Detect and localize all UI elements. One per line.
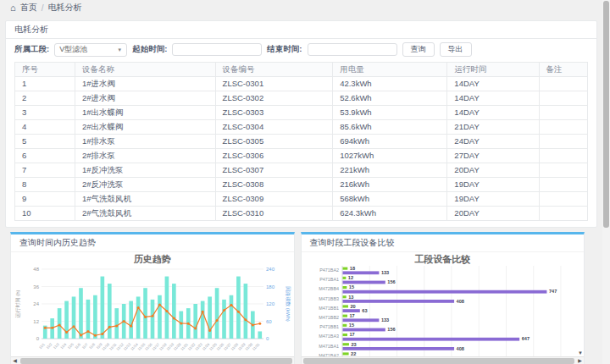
table-cell: 2#进水阀: [75, 91, 215, 106]
table-cell: 21DAY: [447, 120, 539, 135]
table-cell: 14DAY: [447, 106, 539, 120]
svg-text:回路读数 (kWh): 回路读数 (kWh): [285, 286, 291, 322]
table-cell: ZLSC-0306: [215, 149, 333, 163]
svg-text:133: 133: [380, 317, 388, 323]
svg-text:747: 747: [548, 289, 556, 294]
svg-text:24: 24: [33, 301, 39, 306]
svg-text:18: 18: [349, 266, 354, 271]
svg-text:M471BA3: M471BA3: [319, 334, 339, 339]
export-button[interactable]: 导出: [440, 42, 472, 57]
table-cell: [539, 192, 588, 207]
device-compare-card-header: 查询时段工段设备比较: [302, 234, 585, 252]
svg-text:0: 0: [36, 336, 39, 341]
table-cell: 1#气洗鼓风机: [75, 192, 215, 207]
filter-bar: 所属工段: V型滤池 ▼ 起始时间: 结束时间: 查询 导出: [6, 39, 596, 60]
table-cell: [539, 135, 588, 149]
table-cell: [539, 106, 588, 120]
svg-text:11/5: 11/5: [66, 342, 75, 350]
table-cell: 14DAY: [447, 91, 539, 106]
svg-text:36: 36: [33, 284, 39, 290]
svg-text:408: 408: [456, 346, 463, 351]
scroll-left-icon[interactable]: ◀: [11, 357, 19, 364]
table-cell: ZLSC-0309: [215, 192, 333, 207]
table-cell: 1#反冲洗泵: [75, 163, 215, 178]
svg-text:15: 15: [348, 323, 353, 328]
svg-text:M471BB1: M471BB1: [319, 306, 339, 311]
table-header-cell: 备注: [539, 63, 588, 77]
table-cell: 3: [15, 106, 75, 120]
table-header-cell: 运行时间: [447, 63, 539, 77]
table-cell: ZLSC-0308: [215, 178, 333, 192]
history-trend-card-header: 查询时间内历史趋势: [11, 234, 294, 252]
svg-text:17: 17: [349, 313, 354, 318]
table-cell: 20DAY: [447, 163, 539, 178]
scrollbar-thumb[interactable]: [603, 1, 609, 228]
svg-text:22: 22: [351, 351, 356, 356]
table-cell: [539, 163, 588, 178]
table-cell: 27DAY: [447, 149, 539, 163]
svg-text:60: 60: [266, 319, 272, 324]
table-header-cell: 用电量: [333, 63, 447, 77]
table-header-row: 序号设备名称设备编号用电量运行时间备注: [15, 63, 588, 77]
scroll-down-icon[interactable]: ▼: [578, 350, 583, 356]
history-trend-card: 查询时间内历史趋势 历史趋势 012243648运行时间 (h)06012018…: [10, 232, 295, 364]
svg-text:180: 180: [266, 284, 275, 290]
table-cell: 52.6kWh: [333, 91, 447, 106]
svg-text:M472BB4: M472BB4: [319, 286, 339, 291]
table-cell: 694kWh: [333, 135, 447, 149]
breadcrumb: ⌂ 首页 / 电耗分析: [0, 0, 610, 15]
home-icon[interactable]: ⌂: [10, 3, 16, 13]
chevron-down-icon: ▼: [117, 47, 122, 52]
svg-text:13: 13: [348, 295, 353, 300]
table-cell: [539, 178, 588, 192]
value-labels: 1813312156157471340820631713315156176472…: [347, 266, 556, 361]
device-compare-chart-title: 工段设备比较: [302, 252, 585, 264]
end-time-input[interactable]: [308, 43, 397, 56]
start-time-input[interactable]: [172, 43, 262, 56]
table-cell: [539, 91, 588, 106]
svg-text:P471BA2: P471BA2: [319, 267, 339, 273]
scrollbar-thumb[interactable]: [303, 358, 575, 364]
svg-text:11/7: 11/7: [80, 342, 89, 350]
svg-text:240: 240: [266, 267, 275, 272]
table-cell: [539, 149, 588, 163]
table-cell: 9: [15, 192, 75, 207]
device-table-body: 11#进水阀ZLSC-030142.3kWh14DAY22#进水阀ZLSC-03…: [15, 77, 588, 221]
breadcrumb-home[interactable]: 首页: [20, 2, 37, 14]
table-cell: 19DAY: [447, 192, 539, 207]
query-button[interactable]: 查询: [402, 42, 435, 57]
left-card-horizontal-scrollbar[interactable]: ◀: [11, 356, 294, 364]
svg-text:11/3: 11/3: [53, 342, 61, 350]
scrollbar-thumb[interactable]: [20, 358, 292, 364]
svg-text:48: 48: [33, 267, 39, 272]
table-cell: 2#气洗鼓风机: [75, 207, 215, 221]
svg-text:647: 647: [521, 336, 529, 341]
svg-text:11/1: 11/1: [38, 342, 47, 350]
table-cell: 2#出水蝶阀: [75, 120, 215, 135]
table-header-cell: 设备编号: [215, 63, 333, 77]
category-labels: P471BA2P471BA1M472BB4M471BB3M471BB1M471B…: [319, 267, 339, 358]
right-card-horizontal-scrollbar[interactable]: ▶: [302, 356, 585, 364]
table-cell: 1: [15, 77, 75, 91]
svg-text:11/2: 11/2: [45, 342, 53, 350]
table-cell: [539, 207, 588, 221]
svg-text:11/6: 11/6: [74, 342, 82, 350]
scroll-right-icon[interactable]: ▶: [576, 357, 584, 364]
table-cell: 4: [15, 120, 75, 135]
svg-text:11/8: 11/8: [88, 342, 97, 350]
table-row: 71#反冲洗泵ZLSC-0307221kWh20DAY: [15, 163, 588, 178]
table-cell: 2#反冲洗泵: [75, 178, 215, 192]
table-row: 51#排水泵ZLSC-0305694kWh24DAY: [15, 135, 588, 149]
table-row: 91#气洗鼓风机ZLSC-0309568kWh19DAY: [15, 192, 588, 207]
device-compare-chart: P471BA2P471BA1M472BB4M471BB3M471BB1M471B…: [302, 264, 585, 361]
grid: [342, 266, 561, 360]
section-select[interactable]: V型滤池 ▼: [54, 43, 127, 57]
table-cell: 10: [15, 207, 75, 221]
page-vertical-scrollbar[interactable]: [602, 0, 610, 364]
start-time-label: 起始时间:: [132, 44, 167, 55]
svg-text:M471BB3: M471BB3: [319, 296, 339, 301]
svg-text:133: 133: [380, 270, 388, 275]
table-header-cell: 设备名称: [75, 63, 215, 77]
table-cell: ZLSC-0305: [215, 135, 333, 149]
svg-text:120: 120: [266, 301, 275, 306]
